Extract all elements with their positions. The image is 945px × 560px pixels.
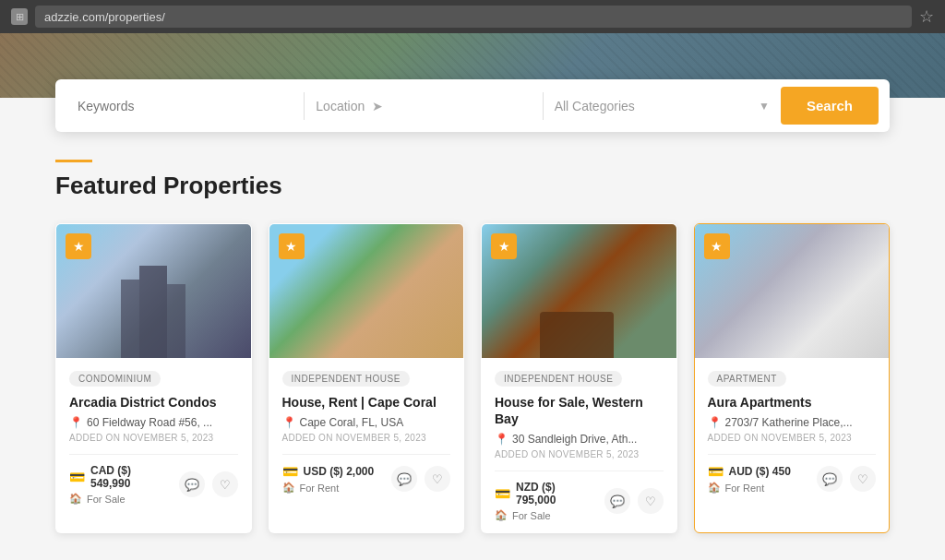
price-text: NZD ($) 795,000 [516, 481, 595, 506]
property-type-badge: INDEPENDENT HOUSE [282, 371, 410, 387]
category-dropdown[interactable]: All Categories ▼ [544, 91, 781, 121]
comment-icon[interactable]: 💬 [817, 466, 843, 492]
favorite-icon[interactable]: ♡ [850, 466, 876, 492]
price-row: 💳 USD ($) 2,000 [282, 464, 383, 479]
dropdown-arrow-icon: ▼ [759, 100, 770, 113]
card-footer: 💳 NZD ($) 795,000 🏠 For Sale 💬 ♡ [495, 471, 664, 521]
sale-type: 🏠 For Sale [495, 509, 595, 521]
card-body: INDEPENDENT HOUSE House, Rent | Cape Cor… [269, 358, 464, 505]
home-icon: 🏠 [69, 493, 82, 505]
sale-type: 🏠 For Rent [708, 482, 808, 494]
property-address: 📍 2703/7 Katherine Place,... [708, 416, 877, 429]
property-type-badge: CONDOMINIUM [69, 371, 161, 387]
property-image: ★ [695, 224, 890, 358]
section-title: Featured Properties [55, 172, 890, 200]
address-text: Cape Coral, FL, USA [300, 416, 404, 429]
property-address: 📍 Cape Coral, FL, USA [282, 416, 451, 429]
home-icon: 🏠 [495, 509, 508, 521]
address-text: 2703/7 Katherine Place,... [725, 416, 853, 429]
featured-star-badge: ★ [704, 233, 730, 259]
action-icons: 💬 ♡ [817, 466, 876, 492]
property-card[interactable]: ★ INDEPENDENT HOUSE House for Sale, West… [481, 223, 677, 533]
property-card[interactable]: ★ INDEPENDENT HOUSE House, Rent | Cape C… [269, 223, 465, 533]
price-block: 💳 NZD ($) 795,000 🏠 For Sale [495, 481, 595, 521]
price-tag-icon: 💳 [282, 464, 298, 479]
featured-star-badge: ★ [66, 233, 91, 259]
sale-type-text: For Rent [725, 483, 765, 494]
property-name: Aura Apartments [708, 394, 877, 411]
price-tag-icon: 💳 [708, 464, 724, 479]
address-text: 60 Fieldway Road #56, ... [87, 416, 212, 429]
price-text: AUD ($) 450 [729, 465, 791, 478]
search-bar: Location ➤ All Categories ▼ Search [55, 79, 890, 132]
property-type-badge: APARTMENT [708, 371, 786, 387]
featured-star-badge: ★ [491, 233, 517, 259]
comment-icon[interactable]: 💬 [391, 466, 417, 492]
pin-icon: 📍 [495, 433, 508, 446]
added-date: ADDED ON NOVEMBER 5, 2023 [69, 433, 238, 443]
card-body: INDEPENDENT HOUSE House for Sale, Wester… [482, 358, 676, 532]
location-field[interactable]: Location ➤ [305, 91, 542, 121]
pin-icon: 📍 [69, 416, 83, 429]
home-icon: 🏠 [708, 482, 721, 494]
favorite-icon[interactable]: ♡ [425, 466, 450, 492]
property-address: 📍 60 Fieldway Road #56, ... [69, 416, 238, 429]
category-placeholder-text: All Categories [555, 99, 635, 113]
browser-favicon: ⊞ [11, 8, 28, 25]
location-arrow-icon: ➤ [372, 99, 383, 113]
action-icons: 💬 ♡ [604, 488, 664, 514]
card-body: CONDOMINIUM Arcadia District Condos 📍 60… [56, 358, 251, 516]
property-image: ★ [269, 224, 464, 358]
browser-url-bar[interactable]: adzzie.com/properties/ [35, 6, 912, 28]
url-text: adzzie.com/properties/ [44, 10, 165, 24]
property-image: ★ [482, 224, 676, 358]
price-row: 💳 AUD ($) 450 [708, 464, 808, 479]
property-name: House, Rent | Cape Coral [282, 394, 451, 411]
card-footer: 💳 AUD ($) 450 🏠 For Rent 💬 ♡ [708, 454, 877, 494]
comment-icon[interactable]: 💬 [604, 488, 630, 514]
added-date: ADDED ON NOVEMBER 5, 2023 [495, 449, 664, 459]
sale-type-text: For Sale [512, 510, 551, 521]
added-date: ADDED ON NOVEMBER 5, 2023 [708, 433, 877, 443]
favorite-icon[interactable]: ♡ [638, 488, 664, 514]
favorite-icon[interactable]: ♡ [212, 471, 238, 497]
address-text: 30 Sandleigh Drive, Ath... [512, 433, 637, 446]
keywords-input[interactable] [66, 91, 304, 121]
price-row: 💳 CAD ($) 549,990 [69, 464, 170, 490]
property-name: Arcadia District Condos [69, 394, 238, 411]
card-body: APARTMENT Aura Apartments 📍 2703/7 Kathe… [695, 358, 890, 505]
property-card[interactable]: ★ CONDOMINIUM Arcadia District Condos 📍 … [55, 223, 252, 533]
main-content: Featured Properties ★ CONDOMINIUM Arcadi… [0, 132, 945, 560]
price-tag-icon: 💳 [495, 486, 510, 501]
sale-type-text: For Rent [300, 483, 340, 494]
price-row: 💳 NZD ($) 795,000 [495, 481, 595, 506]
property-type-badge: INDEPENDENT HOUSE [495, 371, 622, 387]
properties-grid: ★ CONDOMINIUM Arcadia District Condos 📍 … [55, 223, 890, 533]
bookmark-star-icon[interactable]: ☆ [919, 6, 934, 27]
sale-type: 🏠 For Rent [282, 482, 383, 494]
property-address: 📍 30 Sandleigh Drive, Ath... [495, 433, 664, 446]
location-placeholder-text: Location [316, 99, 365, 113]
home-icon: 🏠 [282, 482, 295, 494]
sale-type-text: For Sale [87, 494, 126, 505]
property-name: House for Sale, Western Bay [495, 394, 664, 427]
featured-star-badge: ★ [279, 233, 305, 259]
pin-icon: 📍 [282, 416, 296, 429]
price-block: 💳 USD ($) 2,000 🏠 For Rent [282, 464, 383, 494]
card-footer: 💳 CAD ($) 549,990 🏠 For Sale 💬 ♡ [69, 454, 238, 505]
action-icons: 💬 ♡ [391, 466, 450, 492]
price-block: 💳 AUD ($) 450 🏠 For Rent [708, 464, 808, 494]
comment-icon[interactable]: 💬 [179, 471, 205, 497]
sale-type: 🏠 For Sale [69, 493, 170, 505]
price-block: 💳 CAD ($) 549,990 🏠 For Sale [69, 464, 170, 505]
property-image: ★ [56, 224, 251, 358]
price-text: USD ($) 2,000 [304, 465, 375, 478]
browser-chrome: ⊞ adzzie.com/properties/ ☆ [0, 0, 945, 33]
action-icons: 💬 ♡ [179, 471, 238, 497]
card-footer: 💳 USD ($) 2,000 🏠 For Rent 💬 ♡ [282, 454, 451, 494]
pin-icon: 📍 [708, 416, 722, 429]
property-card[interactable]: ★ APARTMENT Aura Apartments 📍 2703/7 Kat… [694, 223, 891, 533]
price-text: CAD ($) 549,990 [90, 464, 170, 490]
search-button[interactable]: Search [781, 87, 879, 125]
section-accent-bar [55, 160, 92, 162]
